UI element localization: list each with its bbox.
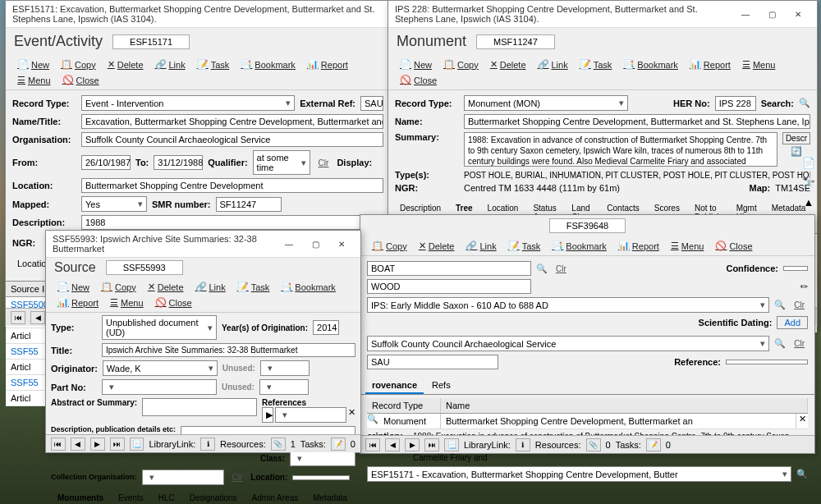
last-button[interactable]: ⏭	[424, 438, 439, 451]
report-button[interactable]: 📊Report	[613, 239, 664, 253]
minimize-button[interactable]: —	[733, 7, 758, 21]
report-button[interactable]: 📊Report	[53, 296, 103, 309]
delete-button[interactable]: ✕Delete	[414, 239, 460, 253]
copy-button[interactable]: 📋Copy	[438, 57, 484, 71]
boat-field[interactable]: BOAT	[367, 261, 531, 276]
col-name[interactable]: Name	[441, 398, 808, 413]
reference-field[interactable]	[726, 360, 808, 364]
new-button[interactable]: 📄New	[12, 57, 54, 71]
menu-button[interactable]: ☰Menu	[737, 57, 781, 71]
location-field[interactable]: Buttermarket Shopping Centre Development	[81, 178, 383, 193]
close-button[interactable]: 🚫Close	[395, 73, 442, 87]
menu-button[interactable]: ☰Menu	[666, 239, 709, 253]
search-icon[interactable]: 🔍	[774, 338, 786, 349]
clr-button[interactable]: Clr	[791, 300, 808, 310]
first-button[interactable]: ⏮	[51, 438, 66, 451]
sau-field[interactable]: SAU	[367, 355, 498, 369]
coll-org-dropdown[interactable]	[142, 470, 224, 485]
search-icon[interactable]: 🔍	[774, 300, 786, 310]
search-icon[interactable]: 🔍	[796, 469, 808, 479]
pencil-icon[interactable]: ✏	[800, 282, 808, 292]
smr-field[interactable]: SF11247	[216, 197, 282, 212]
delete-button[interactable]: ✕Delete	[103, 57, 149, 71]
task-button[interactable]: 📝Task	[503, 239, 546, 253]
up-icon[interactable]: ▲	[802, 196, 815, 209]
name-field[interactable]: Buttermarket Shopping Centre Development…	[464, 114, 810, 129]
tab-events[interactable]: Events	[112, 491, 150, 504]
unused2-dropdown[interactable]	[259, 379, 309, 395]
esf-dropdown[interactable]: ESF15171 - Excavation, Buttermarket Shop…	[367, 466, 791, 482]
tab-metadata[interactable]: Metadata	[306, 491, 354, 504]
doc-button[interactable]: 📃	[130, 438, 144, 451]
bookmark-button[interactable]: 📑Bookmark	[547, 239, 612, 253]
copy-button[interactable]: 📋Copy	[96, 280, 141, 294]
task-button[interactable]: 📝	[646, 438, 661, 451]
period-dropdown[interactable]: IPS: Early Middle Saxon - 610 AD to 688 …	[367, 297, 769, 313]
task-button[interactable]: 📝Task	[575, 57, 617, 71]
name-field[interactable]: Excavation, Buttermarket Shopping Centre…	[81, 114, 383, 129]
year-field[interactable]: 2014	[313, 320, 339, 335]
summary-field[interactable]: 1988: Excavation in advance of construct…	[464, 132, 777, 167]
res-button[interactable]: 📎	[586, 438, 601, 451]
copy-button[interactable]: 📋Copy	[367, 239, 412, 253]
add-button[interactable]: Add	[777, 316, 808, 329]
next-button[interactable]: ▶	[90, 438, 105, 451]
to-field[interactable]: 31/12/1988	[154, 155, 203, 170]
tab-designations[interactable]: Designations	[183, 491, 244, 504]
clr-button[interactable]: Clr	[791, 338, 808, 349]
originator-dropdown[interactable]: Wade, K	[103, 360, 218, 376]
maximize-button[interactable]: ▢	[759, 7, 784, 21]
grid-row[interactable]: 🔍 Monument Buttermarket Shopping Centre …	[367, 414, 808, 429]
last-button[interactable]: ⏭	[110, 438, 125, 451]
org-dropdown[interactable]: Suffolk County Council Archaeological Se…	[367, 336, 769, 351]
clr-button[interactable]: Clr	[315, 158, 333, 168]
mapped-dropdown[interactable]: Yes	[81, 196, 147, 212]
tab-monuments[interactable]: Monuments	[51, 491, 110, 504]
descr-button[interactable]: Descr	[782, 132, 810, 144]
record-type-dropdown[interactable]: Event - Intervention	[81, 95, 295, 111]
qualifier-dropdown[interactable]: at some time	[253, 150, 310, 175]
part-no-dropdown[interactable]	[102, 379, 217, 395]
bookmark-button[interactable]: 📑Bookmark	[276, 280, 341, 294]
link-button[interactable]: 🔗Link	[150, 57, 190, 71]
menu-button[interactable]: ☰Menu	[12, 73, 56, 87]
desc-field[interactable]: 1988	[81, 215, 383, 230]
info-button[interactable]: ℹ	[516, 438, 530, 451]
new-button[interactable]: 📄New	[395, 57, 437, 71]
prev-button[interactable]: ◀	[71, 438, 85, 451]
type-dropdown[interactable]: Unpublished document (UD)	[102, 315, 217, 340]
from-field[interactable]: 26/10/1987	[81, 155, 131, 170]
report-button[interactable]: 📊Report	[685, 57, 736, 71]
search-icon[interactable]: 🔍	[536, 263, 548, 274]
tab-hlc[interactable]: HLC	[152, 491, 181, 504]
bookmark-button[interactable]: 📑Bookmark	[618, 57, 683, 71]
ref-dropdown[interactable]	[275, 407, 346, 423]
confidence-field[interactable]	[783, 266, 808, 271]
tab-provenance[interactable]: rovenance	[365, 378, 424, 394]
maximize-button[interactable]: ▢	[303, 236, 328, 251]
new-button[interactable]: 📄New	[53, 280, 94, 294]
external-ref-field[interactable]: SAU	[360, 96, 383, 111]
close-button[interactable]: ✕	[329, 236, 354, 251]
title-field[interactable]: Ipswich Archive Site Summaries: 32-38 Bu…	[102, 343, 355, 357]
link-button[interactable]: 🔗Link	[190, 280, 231, 294]
her-field[interactable]: IPS 228	[715, 96, 756, 111]
close-button[interactable]: ✕	[786, 7, 810, 21]
clr-button[interactable]: Clr	[553, 263, 570, 274]
next-button[interactable]: ▶	[405, 438, 420, 451]
prev-button[interactable]: ◀	[30, 311, 45, 324]
menu-button[interactable]: ☰Menu	[105, 296, 149, 309]
class-dropdown[interactable]	[290, 451, 355, 466]
abstract-field[interactable]	[142, 398, 257, 416]
close-icon[interactable]: ✕	[796, 414, 808, 428]
res-button[interactable]: 📎	[271, 438, 286, 451]
close-icon[interactable]: ✕	[348, 407, 355, 423]
task-button[interactable]: 📝	[331, 438, 346, 451]
report-button[interactable]: 📊Report	[302, 57, 353, 71]
doc-button[interactable]: 📃	[444, 438, 459, 451]
info-button[interactable]: ℹ	[200, 438, 215, 451]
close-button[interactable]: 🚫Close	[710, 239, 757, 253]
task-button[interactable]: 📝Task	[232, 280, 275, 294]
file-icon[interactable]: 📄	[802, 157, 815, 170]
delete-button[interactable]: ✕Delete	[485, 57, 531, 71]
